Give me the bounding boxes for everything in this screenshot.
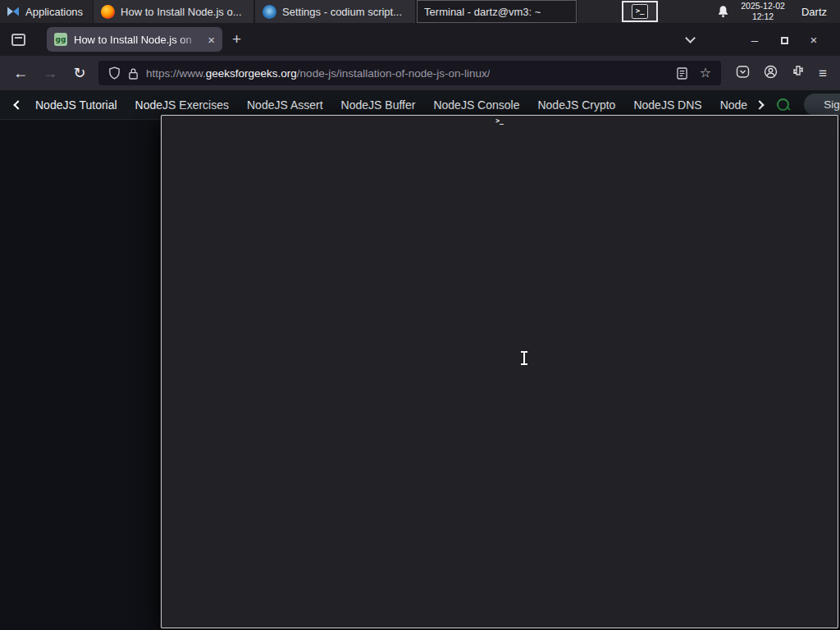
new-tab-button[interactable]: +	[232, 30, 241, 48]
browser-minimize-button[interactable]: –	[740, 34, 769, 46]
list-all-tabs-chevron-icon[interactable]	[685, 33, 696, 43]
browser-close-button[interactable]: ×	[799, 34, 829, 46]
url-text: https://www.geeksforgeeks.org/node-js/in…	[146, 67, 490, 80]
tab-title: How to Install Node.js on	[74, 34, 201, 46]
firefox-icon	[101, 5, 115, 19]
site-nav-item[interactable]: NodeJS Buffer	[332, 98, 425, 112]
browser-nav-toolbar: ← → ↻ https://www.geeksforgeeks.org/node…	[0, 56, 840, 90]
site-nav-item[interactable]: Node	[711, 98, 756, 112]
reload-button[interactable]: ↻	[69, 66, 90, 80]
task-label: How to Install Node.js o...	[121, 6, 241, 18]
task-button-terminal[interactable]: >_Terminal - dartz@vm3: ~	[416, 0, 578, 23]
nav-scroll-right-icon[interactable]	[755, 100, 764, 109]
window-task-list: How to Install Node.js o...Settings - co…	[93, 0, 578, 23]
tray-terminal-indicator[interactable]: >_	[622, 1, 658, 22]
url-domain: geeksforgeeks.org	[206, 67, 297, 80]
url-path: /node-js/installation-of-node-js-on-linu…	[297, 67, 491, 80]
toolbar-right-icons: ≡	[729, 65, 830, 82]
task-button-firefox[interactable]: How to Install Node.js o...	[93, 0, 254, 23]
back-button[interactable]: ←	[10, 66, 31, 80]
site-nav-item[interactable]: NodeJS Exercises	[126, 98, 238, 112]
site-nav-items: NodeJS TutorialNodeJS ExercisesNodeJS As…	[26, 98, 756, 112]
task-button-codium[interactable]: Settings - codium script...	[254, 0, 416, 23]
applications-icon	[7, 5, 20, 18]
site-nav-item[interactable]: NodeJS Console	[424, 98, 528, 112]
forward-button[interactable]: →	[39, 66, 61, 80]
app-menu-icon[interactable]: ≡	[819, 66, 827, 80]
urlbar-actions: ☆	[677, 66, 711, 80]
task-label: Terminal - dartz@vm3: ~	[424, 6, 541, 18]
reader-mode-icon[interactable]	[677, 67, 687, 80]
maximize-icon	[781, 37, 788, 44]
site-nav-item[interactable]: NodeJS Crypto	[528, 98, 624, 112]
task-label: Settings - codium script...	[282, 6, 402, 18]
site-nav-item[interactable]: NodeJS Assert	[238, 98, 332, 112]
pocket-icon[interactable]	[736, 65, 750, 82]
browser-tab-bar: gg How to Install Node.js on × + – ×	[0, 23, 840, 56]
desktop: Applications How to Install Node.js o...…	[0, 0, 840, 630]
browser-tab-active[interactable]: gg How to Install Node.js on ×	[47, 27, 222, 52]
window-controls: – ×	[687, 34, 840, 46]
terminal-icon: >_	[632, 4, 648, 19]
codium-icon	[262, 5, 276, 19]
url-bar[interactable]: https://www.geeksforgeeks.org/node-js/in…	[98, 61, 721, 85]
applications-label: Applications	[25, 6, 83, 18]
geeksforgeeks-favicon: gg	[54, 33, 67, 46]
bookmark-star-icon[interactable]: ☆	[700, 66, 711, 80]
account-icon[interactable]	[764, 65, 778, 82]
nav-scroll-left-icon[interactable]	[13, 100, 22, 109]
tab-close-icon[interactable]: ×	[208, 34, 215, 46]
clock-time: 12:12	[741, 11, 785, 22]
extensions-icon[interactable]	[792, 65, 805, 81]
user-menu[interactable]: Dartz	[797, 6, 832, 18]
firefox-view-button[interactable]	[11, 34, 25, 46]
site-nav-item[interactable]: NodeJS DNS	[624, 98, 710, 112]
clock[interactable]: 2025-12-02 12:12	[741, 1, 785, 21]
applications-menu-button[interactable]: Applications	[0, 0, 93, 23]
sign-in-button[interactable]: Sign In	[804, 94, 840, 116]
browser-maximize-button[interactable]	[769, 34, 799, 46]
site-search-icon[interactable]	[776, 98, 791, 112]
top-panel: Applications How to Install Node.js o...…	[0, 0, 840, 23]
tracking-shield-icon[interactable]	[108, 66, 121, 80]
notification-bell-icon[interactable]	[717, 5, 729, 18]
lock-icon[interactable]	[128, 67, 139, 80]
clock-date: 2025-12-02	[741, 1, 785, 11]
url-scheme: https://www.	[146, 67, 206, 80]
panel-status-area: 2025-12-02 12:12 Dartz	[717, 0, 840, 23]
site-nav-item[interactable]: NodeJS Tutorial	[26, 98, 126, 112]
